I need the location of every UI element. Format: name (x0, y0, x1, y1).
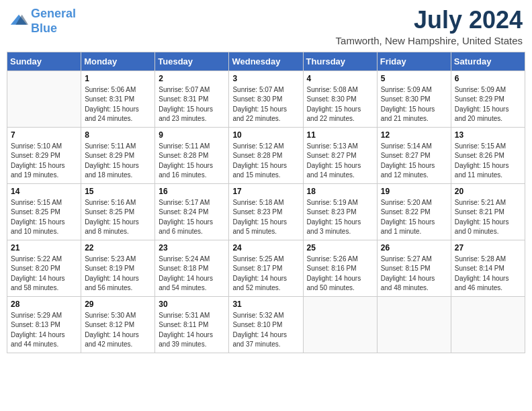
calendar-cell (377, 296, 451, 353)
calendar-week-row: 1Sunrise: 5:06 AMSunset: 8:31 PMDaylight… (7, 71, 525, 127)
calendar-cell: 19Sunrise: 5:20 AMSunset: 8:22 PMDayligh… (377, 183, 451, 240)
day-info: Sunrise: 5:09 AMSunset: 8:30 PMDaylight:… (381, 85, 447, 124)
day-number: 30 (159, 300, 225, 309)
calendar-cell (7, 71, 81, 127)
calendar-cell: 23Sunrise: 5:24 AMSunset: 8:18 PMDayligh… (155, 240, 229, 296)
day-number: 12 (381, 130, 447, 140)
day-info: Sunrise: 5:15 AMSunset: 8:25 PMDaylight:… (11, 198, 77, 237)
calendar-cell: 20Sunrise: 5:21 AMSunset: 8:21 PMDayligh… (451, 183, 525, 240)
calendar-cell (451, 296, 525, 353)
calendar-cell: 30Sunrise: 5:31 AMSunset: 8:11 PMDayligh… (155, 296, 229, 353)
calendar-cell: 16Sunrise: 5:17 AMSunset: 8:24 PMDayligh… (155, 183, 229, 240)
day-info: Sunrise: 5:25 AMSunset: 8:17 PMDaylight:… (232, 255, 299, 293)
calendar-cell: 5Sunrise: 5:09 AMSunset: 8:30 PMDaylight… (377, 71, 451, 127)
weekday-header: Wednesday (229, 52, 303, 71)
day-number: 3 (232, 74, 299, 83)
calendar-header-row: SundayMondayTuesdayWednesdayThursdayFrid… (7, 52, 525, 71)
day-info: Sunrise: 5:12 AMSunset: 8:28 PMDaylight:… (232, 142, 299, 181)
day-number: 14 (11, 187, 77, 196)
calendar-cell: 13Sunrise: 5:15 AMSunset: 8:26 PMDayligh… (451, 127, 525, 183)
day-info: Sunrise: 5:28 AMSunset: 8:14 PMDaylight:… (455, 255, 521, 293)
logo-text: General Blue (31, 7, 76, 36)
calendar-cell: 6Sunrise: 5:09 AMSunset: 8:29 PMDaylight… (451, 71, 525, 127)
day-info: Sunrise: 5:07 AMSunset: 8:31 PMDaylight:… (159, 85, 225, 124)
day-number: 24 (232, 243, 299, 253)
logo-icon (9, 12, 28, 31)
page-header: General Blue July 2024 Tamworth, New Ham… (7, 7, 525, 46)
day-number: 16 (159, 187, 225, 196)
calendar-week-row: 21Sunrise: 5:22 AMSunset: 8:20 PMDayligh… (7, 240, 525, 296)
day-info: Sunrise: 5:14 AMSunset: 8:27 PMDaylight:… (381, 142, 447, 181)
day-info: Sunrise: 5:18 AMSunset: 8:23 PMDaylight:… (232, 198, 299, 237)
day-number: 5 (381, 74, 447, 83)
day-number: 15 (85, 187, 151, 196)
day-info: Sunrise: 5:30 AMSunset: 8:12 PMDaylight:… (85, 311, 151, 350)
day-info: Sunrise: 5:11 AMSunset: 8:29 PMDaylight:… (85, 142, 151, 181)
calendar-cell: 27Sunrise: 5:28 AMSunset: 8:14 PMDayligh… (451, 240, 525, 296)
calendar-cell: 12Sunrise: 5:14 AMSunset: 8:27 PMDayligh… (377, 127, 451, 183)
day-number: 25 (307, 243, 373, 253)
calendar-cell: 29Sunrise: 5:30 AMSunset: 8:12 PMDayligh… (81, 296, 155, 353)
day-info: Sunrise: 5:06 AMSunset: 8:31 PMDaylight:… (85, 85, 151, 124)
calendar: SundayMondayTuesdayWednesdayThursdayFrid… (7, 52, 525, 353)
calendar-cell: 18Sunrise: 5:19 AMSunset: 8:23 PMDayligh… (303, 183, 377, 240)
day-info: Sunrise: 5:20 AMSunset: 8:22 PMDaylight:… (381, 198, 447, 237)
day-number: 9 (159, 130, 225, 140)
calendar-cell: 4Sunrise: 5:08 AMSunset: 8:30 PMDaylight… (303, 71, 377, 127)
calendar-cell: 1Sunrise: 5:06 AMSunset: 8:31 PMDaylight… (81, 71, 155, 127)
calendar-cell: 7Sunrise: 5:10 AMSunset: 8:29 PMDaylight… (7, 127, 81, 183)
day-info: Sunrise: 5:11 AMSunset: 8:28 PMDaylight:… (159, 142, 225, 181)
weekday-header: Monday (81, 52, 155, 71)
calendar-cell: 15Sunrise: 5:16 AMSunset: 8:25 PMDayligh… (81, 183, 155, 240)
day-number: 22 (85, 243, 151, 253)
calendar-cell: 24Sunrise: 5:25 AMSunset: 8:17 PMDayligh… (229, 240, 303, 296)
day-number: 18 (307, 187, 373, 196)
calendar-week-row: 7Sunrise: 5:10 AMSunset: 8:29 PMDaylight… (7, 127, 525, 183)
weekday-header: Tuesday (155, 52, 229, 71)
day-number: 17 (232, 187, 299, 196)
day-info: Sunrise: 5:26 AMSunset: 8:16 PMDaylight:… (307, 255, 373, 293)
calendar-cell: 14Sunrise: 5:15 AMSunset: 8:25 PMDayligh… (7, 183, 81, 240)
day-number: 10 (232, 130, 299, 140)
day-number: 20 (455, 187, 521, 196)
day-info: Sunrise: 5:24 AMSunset: 8:18 PMDaylight:… (159, 255, 225, 293)
weekday-header: Thursday (303, 52, 377, 71)
day-info: Sunrise: 5:15 AMSunset: 8:26 PMDaylight:… (455, 142, 521, 181)
logo-line1: General (31, 7, 76, 20)
day-info: Sunrise: 5:17 AMSunset: 8:24 PMDaylight:… (159, 198, 225, 237)
day-info: Sunrise: 5:31 AMSunset: 8:11 PMDaylight:… (159, 311, 225, 350)
calendar-cell: 21Sunrise: 5:22 AMSunset: 8:20 PMDayligh… (7, 240, 81, 296)
day-number: 2 (159, 74, 225, 83)
logo-line2: Blue (31, 21, 57, 35)
day-number: 23 (159, 243, 225, 253)
calendar-week-row: 14Sunrise: 5:15 AMSunset: 8:25 PMDayligh… (7, 183, 525, 240)
weekday-header: Friday (377, 52, 451, 71)
calendar-cell: 22Sunrise: 5:23 AMSunset: 8:19 PMDayligh… (81, 240, 155, 296)
day-info: Sunrise: 5:32 AMSunset: 8:10 PMDaylight:… (232, 311, 299, 350)
calendar-cell (303, 296, 377, 353)
day-info: Sunrise: 5:29 AMSunset: 8:13 PMDaylight:… (11, 311, 77, 350)
day-number: 27 (455, 243, 521, 253)
day-number: 6 (455, 74, 521, 83)
day-info: Sunrise: 5:10 AMSunset: 8:29 PMDaylight:… (11, 142, 77, 181)
day-number: 21 (11, 243, 77, 253)
day-number: 8 (85, 130, 151, 140)
day-info: Sunrise: 5:13 AMSunset: 8:27 PMDaylight:… (307, 142, 373, 181)
day-info: Sunrise: 5:07 AMSunset: 8:30 PMDaylight:… (232, 85, 299, 124)
location: Tamworth, New Hampshire, United States (336, 35, 523, 46)
day-info: Sunrise: 5:19 AMSunset: 8:23 PMDaylight:… (307, 198, 373, 237)
calendar-cell: 17Sunrise: 5:18 AMSunset: 8:23 PMDayligh… (229, 183, 303, 240)
logo: General Blue (9, 7, 76, 36)
calendar-cell: 2Sunrise: 5:07 AMSunset: 8:31 PMDaylight… (155, 71, 229, 127)
day-number: 13 (455, 130, 521, 140)
day-number: 4 (307, 74, 373, 83)
day-number: 31 (232, 300, 299, 309)
month-year: July 2024 (336, 7, 523, 34)
calendar-cell: 8Sunrise: 5:11 AMSunset: 8:29 PMDaylight… (81, 127, 155, 183)
calendar-cell: 25Sunrise: 5:26 AMSunset: 8:16 PMDayligh… (303, 240, 377, 296)
calendar-cell: 9Sunrise: 5:11 AMSunset: 8:28 PMDaylight… (155, 127, 229, 183)
calendar-cell: 28Sunrise: 5:29 AMSunset: 8:13 PMDayligh… (7, 296, 81, 353)
calendar-cell: 10Sunrise: 5:12 AMSunset: 8:28 PMDayligh… (229, 127, 303, 183)
day-info: Sunrise: 5:16 AMSunset: 8:25 PMDaylight:… (85, 198, 151, 237)
day-number: 7 (11, 130, 77, 140)
